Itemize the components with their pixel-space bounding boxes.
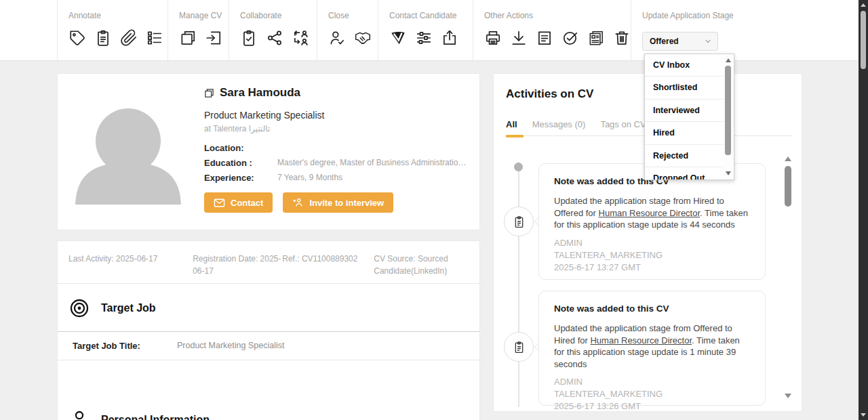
tasks-icon[interactable] (561, 29, 579, 47)
download-icon[interactable] (510, 29, 528, 47)
scroll-down-arrow[interactable] (861, 413, 866, 417)
sliders-icon[interactable] (415, 29, 433, 47)
clipboard-check-icon[interactable] (240, 29, 258, 47)
invite-button-label: Invite to interview (309, 198, 384, 208)
cv-meta-row: Last Activity: 2025-06-17 Registration D… (58, 241, 479, 284)
activity-timestamp: 2025-6-17 13:27 GMT (554, 261, 750, 274)
panel-scrollbar-thumb[interactable] (785, 166, 791, 207)
stage-option-cv-inbox[interactable]: CV Inbox (645, 54, 724, 77)
toolbar-group-close: Close (317, 0, 378, 60)
dropdown-scrollbar-thumb[interactable] (725, 66, 731, 155)
toolbar-group-other-actions: Other Actions (473, 0, 631, 60)
transfer-candidate-icon[interactable] (292, 29, 309, 47)
activity-meta: ADMIN TALENTERA_MARKETING 2025-6-17 13:2… (554, 376, 750, 412)
job-link[interactable]: Human Resource Director (599, 208, 701, 218)
stage-option-dropped-out[interactable]: Dropped Out (645, 167, 724, 180)
job-link[interactable]: Human Resource Director (590, 335, 692, 345)
person-icon (68, 409, 90, 420)
note-icon (504, 207, 534, 236)
target-job-title-row: Target Job Title: Product Marketing Spec… (58, 332, 479, 360)
cv-source: CV Source: Sourced Candidate(LinkedIn) (374, 253, 469, 278)
clipboard-icon[interactable] (94, 29, 112, 47)
location-row: Location: (204, 142, 470, 154)
trash-icon[interactable] (613, 29, 631, 47)
tag-icon[interactable] (68, 29, 86, 47)
personal-information-section-header: Personal Information (58, 396, 479, 420)
user-check-icon[interactable] (328, 29, 346, 47)
avatar (68, 92, 188, 205)
activity-timestamp: 2025-6-17 13:26 GMT (554, 400, 750, 412)
tab-messages[interactable]: Messages (0) (532, 119, 586, 129)
tab-all[interactable]: All (506, 119, 517, 129)
activity-title: Note was added to this CV (554, 303, 750, 314)
contact-button-label: Contact (231, 198, 263, 208)
personal-information-heading: Personal Information (101, 414, 210, 420)
stage-option-rejected[interactable]: Rejected (645, 145, 724, 167)
group-label: Contact Candidate (389, 10, 473, 21)
stage-option-shortlisted[interactable]: Shortlisted (645, 77, 724, 99)
print-icon[interactable] (484, 29, 502, 47)
invite-to-interview-button[interactable]: Invite to interview (283, 192, 393, 213)
experience-label: Experience: (204, 172, 277, 184)
stage-option-hired[interactable]: Hired (645, 122, 724, 144)
education-row: Education : Master's degree, Master of B… (204, 157, 470, 169)
activity-meta: ADMIN TALENTERA_MARKETING 2025-6-17 13:2… (554, 237, 750, 274)
notes-icon[interactable] (536, 29, 553, 47)
toolbar-group-manage-cv: Manage CV (167, 0, 229, 60)
dropdown-scroll-down-arrow[interactable] (726, 171, 731, 175)
candidate-title: Product Marketing Specialist (204, 110, 470, 121)
dropdown-scrollbar (724, 54, 732, 180)
share-icon[interactable] (266, 29, 283, 47)
target-job-heading: Target Job (101, 302, 156, 314)
group-label: Update Application Stage (642, 10, 859, 21)
last-activity: Last Activity: 2025-06-17 (68, 253, 193, 278)
stage-option-interviewed[interactable]: Interviewed (645, 100, 724, 122)
candidate-name: Sara Hamouda (220, 86, 300, 100)
activity-card: Note was added to this CV Updated the ap… (538, 291, 766, 406)
activity-admin: ADMIN (554, 237, 750, 249)
handshake-icon[interactable] (354, 29, 372, 47)
toolbar-group-contact-candidate: Contact Candidate (378, 0, 473, 60)
experience-value: 7 Years, 9 Months (277, 172, 342, 184)
activity-admin: ADMIN (554, 376, 750, 388)
copy-name-icon[interactable] (204, 88, 214, 98)
window-scrollbar[interactable] (859, 0, 868, 420)
video-brand-icon[interactable] (389, 29, 407, 47)
timeline-line (518, 162, 519, 407)
move-to-folder-icon[interactable] (205, 29, 222, 47)
paperclip-icon[interactable] (120, 29, 138, 47)
education-label: Education : (204, 157, 277, 169)
envelope-icon (214, 198, 225, 208)
target-job-title-label: Target Job Title: (73, 341, 177, 351)
cv-details-card: Last Activity: 2025-06-17 Registration D… (57, 240, 480, 420)
target-job-title-value: Product Marketing Specialist (177, 341, 284, 351)
export-icon[interactable] (441, 29, 458, 47)
group-label: Other Actions (484, 10, 631, 21)
toolbar-group-annotate: Annotate (57, 0, 167, 60)
location-label: Location: (204, 142, 277, 154)
panel-scroll-up-arrow[interactable] (785, 156, 791, 161)
divider (58, 360, 479, 360)
cv-ref: Ref.: CV1100889302 (282, 253, 374, 278)
activity-description: Updated the application stage from Hired… (554, 195, 750, 231)
panel-scroll-down-arrow[interactable] (785, 394, 791, 398)
selected-stage: Offered (650, 37, 679, 46)
candidate-profile-card: Sara Hamouda Product Marketing Specialis… (57, 73, 480, 230)
group-label: Collaborate (240, 10, 317, 21)
scroll-up-arrow[interactable] (861, 3, 866, 7)
dropdown-scroll-up-arrow[interactable] (726, 58, 731, 62)
copy-icon[interactable] (179, 29, 197, 47)
contact-button[interactable]: Contact (204, 192, 273, 213)
cv-card-icon[interactable] (587, 29, 605, 47)
registration-date: Registration Date: 2025-06-17 (193, 253, 282, 278)
activity-card: Note was added to this CV Updated the ap… (538, 163, 766, 280)
application-stage-select[interactable]: Offered (642, 32, 718, 51)
note-icon (504, 332, 534, 362)
activity-description: Updated the application stage from Offer… (554, 322, 750, 370)
active-tab-underline (506, 135, 524, 138)
timeline-dot (514, 163, 523, 171)
list-icon[interactable] (146, 29, 163, 47)
window-scrollbar-thumb[interactable] (861, 11, 866, 69)
chevron-down-icon (704, 37, 712, 45)
group-label: Manage CV (179, 10, 229, 21)
